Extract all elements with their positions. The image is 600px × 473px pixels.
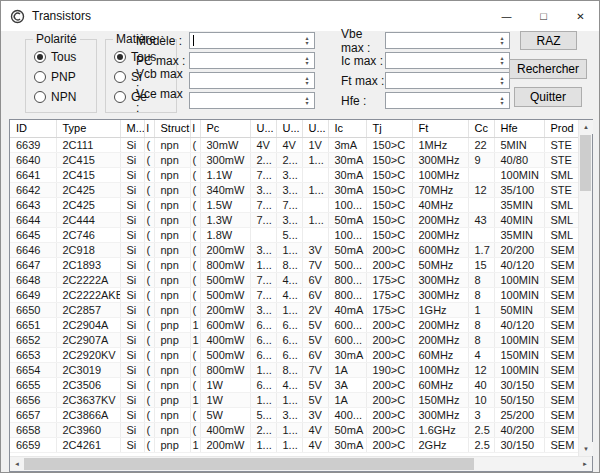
- table-cell: (: [190, 422, 200, 437]
- vertical-scroll-thumb[interactable]: [580, 135, 591, 191]
- table-cell: 2.5: [468, 437, 494, 452]
- scroll-up-icon[interactable]: ▲: [579, 120, 593, 134]
- radio-polarity-pnp[interactable]: PNP: [34, 70, 76, 83]
- table-row[interactable]: 66512C2904ASi(pnp1600mW6...6...5V600...2…: [10, 317, 578, 332]
- modele-input[interactable]: ▴▾: [189, 32, 315, 49]
- column-header[interactable]: l: [190, 120, 200, 137]
- table-cell: 6640: [10, 152, 56, 167]
- table-row[interactable]: 66472C1893Si(npn(800mW1...8...7V500...20…: [10, 257, 578, 272]
- table-cell: (: [144, 302, 154, 317]
- table-row[interactable]: 66452C746Si(npn(1.8W5...100...150>C200MH…: [10, 227, 578, 242]
- ft-max-input[interactable]: ▴▾: [385, 72, 510, 89]
- minimize-icon[interactable]: —: [488, 1, 525, 31]
- vcb-max-input[interactable]: ▴▾: [189, 72, 315, 89]
- column-header[interactable]: Prod: [544, 120, 578, 137]
- ic-max-input[interactable]: ▴▾: [385, 52, 510, 69]
- radio-circle-icon[interactable]: [114, 91, 126, 103]
- horizontal-scrollbar[interactable]: ◄ ►: [10, 456, 592, 471]
- column-header[interactable]: Struct: [154, 120, 190, 137]
- radio-circle-icon[interactable]: [114, 71, 126, 83]
- spin-down-icon[interactable]: ▾: [305, 61, 308, 66]
- column-header[interactable]: Cc: [468, 120, 494, 137]
- vbe-max-input[interactable]: ▴▾: [385, 32, 510, 49]
- table-row[interactable]: 66432C425Si(npn(1.5W7...7...100...150>C4…: [10, 197, 578, 212]
- vertical-scrollbar[interactable]: ▲ ▼: [578, 120, 592, 456]
- horizontal-scroll-thumb[interactable]: [24, 458, 474, 470]
- table-row[interactable]: 66482C2222ASi(npn(500mW7...4...6V800...1…: [10, 272, 578, 287]
- radio-circle-icon[interactable]: [34, 51, 46, 63]
- column-header[interactable]: U...: [276, 120, 302, 137]
- pc-max-input[interactable]: ▴▾: [189, 52, 315, 69]
- radio-polarity-tous[interactable]: Tous: [34, 50, 76, 63]
- ic-max-spinner[interactable]: ▴▾: [496, 53, 508, 68]
- column-header[interactable]: U...: [302, 120, 328, 137]
- spin-down-icon[interactable]: ▾: [500, 101, 503, 106]
- table-row[interactable]: 66492C2222AKBSi(npn(500mW7...4...6V800..…: [10, 287, 578, 302]
- modele-spinner[interactable]: ▴▾: [301, 33, 313, 48]
- column-header[interactable]: Type: [56, 120, 120, 137]
- radio-polarity-npn[interactable]: NPN: [34, 90, 76, 103]
- quitter-button[interactable]: Quitter: [514, 87, 582, 107]
- table-cell: 7V: [302, 362, 328, 377]
- scroll-down-icon[interactable]: ▼: [579, 442, 593, 456]
- spin-down-icon[interactable]: ▾: [500, 41, 503, 46]
- ft-max-spinner[interactable]: ▴▾: [496, 73, 508, 88]
- column-header[interactable]: M...: [120, 120, 144, 137]
- table-row[interactable]: 66592C4261Si(pnp1200mW1...1...4V30mA200>…: [10, 437, 578, 452]
- maximize-icon[interactable]: □: [525, 1, 562, 31]
- scroll-left-icon[interactable]: ◄: [10, 457, 24, 471]
- modele-label: Modèle :: [136, 34, 189, 48]
- table-cell: (: [190, 347, 200, 362]
- table-cell: 100MIN: [494, 287, 544, 302]
- vce-max-spinner[interactable]: ▴▾: [301, 93, 313, 108]
- vcb-max-spinner[interactable]: ▴▾: [301, 73, 313, 88]
- table-cell: Si: [120, 272, 144, 287]
- radio-circle-icon[interactable]: [114, 51, 126, 63]
- spin-down-icon[interactable]: ▾: [305, 81, 308, 86]
- table-row[interactable]: 66542C3019Si(npn(800mW1...8...7V1A190>C1…: [10, 362, 578, 377]
- spin-down-icon[interactable]: ▾: [500, 61, 503, 66]
- column-header[interactable]: Ic: [328, 120, 366, 137]
- column-header[interactable]: U...: [250, 120, 276, 137]
- table-row[interactable]: 66412C415Si(npn(1.1W7...3...30mA150>C100…: [10, 167, 578, 182]
- table-cell: 6642: [10, 182, 56, 197]
- table-row[interactable]: 66562C3637KVSi(pnp11W1...1...5V1A200>C15…: [10, 392, 578, 407]
- radio-circle-icon[interactable]: [34, 91, 46, 103]
- table-row[interactable]: 66422C425Si(npn(340mW3...3...1...30mA150…: [10, 182, 578, 197]
- table-row[interactable]: 66502C2857Si(npn(200mW3...1...2V40mA175>…: [10, 302, 578, 317]
- vbe-max-spinner[interactable]: ▴▾: [496, 33, 508, 48]
- table-cell: 1: [190, 437, 200, 452]
- table-row[interactable]: 66552C3506Si(npn(1W6...4...5V3A200>C60MH…: [10, 377, 578, 392]
- raz-button[interactable]: RAZ: [520, 31, 577, 50]
- table-cell: SML: [544, 227, 578, 242]
- table-row[interactable]: 66532C2920KVSi(npn(500mW6...6...6V30mA20…: [10, 347, 578, 362]
- vce-max-input[interactable]: ▴▾: [189, 92, 315, 109]
- hfe-input[interactable]: ▴▾: [385, 92, 510, 109]
- spin-down-icon[interactable]: ▾: [305, 41, 308, 46]
- close-icon[interactable]: ✕: [562, 1, 599, 31]
- table-row[interactable]: 66522C2907ASi(pnp1400mW6...6...5V600...2…: [10, 332, 578, 347]
- ic-max-label: Ic max :: [341, 54, 385, 68]
- table-row[interactable]: 66462C918Si(npn(200mW3...1...3V50mA200>C…: [10, 242, 578, 257]
- pc-max-spinner[interactable]: ▴▾: [301, 53, 313, 68]
- radio-circle-icon[interactable]: [34, 71, 46, 83]
- table-cell: Si: [120, 197, 144, 212]
- column-header[interactable]: Hfe: [494, 120, 544, 137]
- table-row[interactable]: 66572C3866ASi(npn(5W5...3...3V400...200>…: [10, 407, 578, 422]
- column-header[interactable]: ID: [10, 120, 56, 137]
- table-row[interactable]: 66442C444Si(npn(1.3W7...3...1...50mA150>…: [10, 212, 578, 227]
- column-header[interactable]: l: [144, 120, 154, 137]
- table-row[interactable]: 66392C111Si(npn(30mW4V4V1V3mA150>C1MHz22…: [10, 137, 578, 152]
- scroll-right-icon[interactable]: ►: [578, 457, 592, 471]
- table-cell: 6...: [250, 317, 276, 332]
- table-row[interactable]: 66582C3960Si(npn(400mW2...1...4V50mA200>…: [10, 422, 578, 437]
- rechercher-button[interactable]: Rechercher: [509, 59, 587, 79]
- hfe-spinner[interactable]: ▴▾: [496, 93, 508, 108]
- column-header[interactable]: Ft: [412, 120, 468, 137]
- spin-down-icon[interactable]: ▾: [500, 81, 503, 86]
- table-row[interactable]: 66402C415Si(npn(300mW2...2...1...30mA150…: [10, 152, 578, 167]
- spin-down-icon[interactable]: ▾: [305, 101, 308, 106]
- column-header[interactable]: Tj: [366, 120, 412, 137]
- column-header[interactable]: Pc: [200, 120, 250, 137]
- table-cell: 6653: [10, 347, 56, 362]
